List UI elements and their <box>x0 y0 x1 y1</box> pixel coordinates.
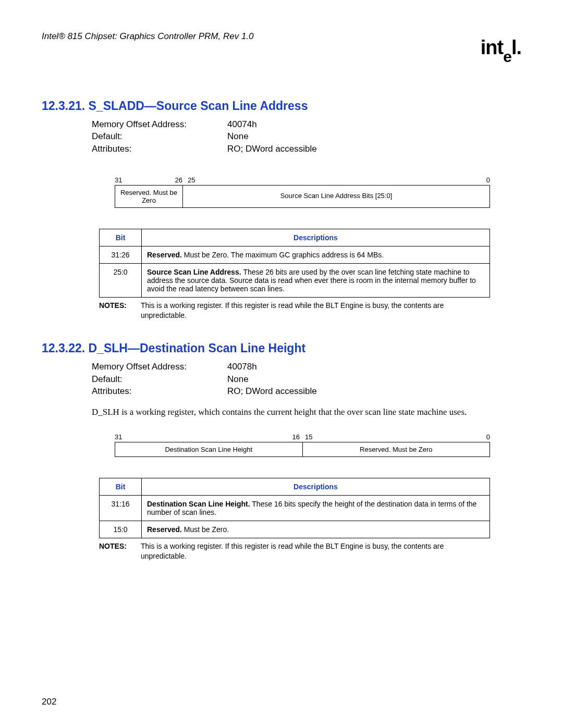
bit-label: 25 <box>188 176 195 184</box>
kv-key: Attributes: <box>92 143 227 155</box>
kv-val: None <box>227 373 521 386</box>
bit-label: 0 <box>486 176 490 184</box>
description-table-ssladd: Bit Descriptions 31:26 Reserved. Must be… <box>99 229 490 298</box>
bit-range: 25:0 <box>100 263 142 297</box>
notes-label: NOTES: <box>99 541 141 561</box>
intel-logo: intel. <box>481 36 521 63</box>
notes-ssladd: NOTES: This is a working register. If th… <box>99 301 490 320</box>
document-title: Intel® 815 Chipset: Graphics Controller … <box>42 31 254 42</box>
bitfield-diagram-ssladd: 31 26 25 0 Reserved. Must be Zero Source… <box>115 176 490 208</box>
kv-val: None <box>227 130 521 143</box>
table-header-desc: Descriptions <box>142 478 490 496</box>
kv-val: RO; DWord accessible <box>227 143 521 155</box>
bitfield-cell: Reserved. Must be Zero <box>303 442 490 456</box>
bit-label: 15 <box>305 433 312 441</box>
body-paragraph-dslh: D_SLH is a working register, which conta… <box>92 407 521 417</box>
bitfield-cell: Source Scan Line Address Bits [25:0] <box>183 186 489 207</box>
notes-text: This is a working register. If this regi… <box>141 301 490 320</box>
kv-key: Default: <box>92 130 227 143</box>
table-header-bit: Bit <box>100 229 142 246</box>
notes-text: This is a working register. If this regi… <box>141 541 490 561</box>
bitfield-cell: Destination Scan Line Height <box>115 442 303 456</box>
kv-key: Attributes: <box>92 385 227 398</box>
bit-label: 31 <box>115 433 122 441</box>
description-table-dslh: Bit Descriptions 31:16 Destination Scan … <box>99 478 490 538</box>
kv-key: Memory Offset Address: <box>92 118 227 131</box>
kv-val: 40074h <box>227 118 521 131</box>
kv-val: RO; DWord accessible <box>227 385 521 398</box>
notes-dslh: NOTES: This is a working register. If th… <box>99 541 490 561</box>
notes-label: NOTES: <box>99 301 141 320</box>
table-row: 31:16 Destination Scan Line Height. Thes… <box>100 496 490 521</box>
bitfield-diagram-dslh: 31 16 15 0 Destination Scan Line Height … <box>115 433 490 457</box>
bit-description: Destination Scan Line Height. These 16 b… <box>142 496 490 521</box>
bit-range: 31:16 <box>100 496 142 521</box>
bit-description: Source Scan Line Address. These 26 bits … <box>142 263 490 297</box>
bit-range: 15:0 <box>100 521 142 538</box>
bit-label: 16 <box>292 433 300 441</box>
bit-label: 26 <box>175 176 182 184</box>
table-header-desc: Descriptions <box>142 229 490 246</box>
table-row: 31:26 Reserved. Must be Zero. The maximu… <box>100 246 490 263</box>
table-header-bit: Bit <box>100 478 142 496</box>
bit-description: Reserved. Must be Zero. The maximum GC g… <box>142 246 490 263</box>
register-info-dslh: Memory Offset Address: 40078h Default: N… <box>92 361 521 398</box>
kv-key: Memory Offset Address: <box>92 361 227 373</box>
page: Intel® 815 Chipset: Graphics Controller … <box>0 0 563 728</box>
kv-key: Default: <box>92 373 227 386</box>
page-number: 202 <box>42 697 56 707</box>
register-info-ssladd: Memory Offset Address: 40074h Default: N… <box>92 118 521 155</box>
section-heading-dslh: 12.3.22. D_SLH—Destination Scan Line Hei… <box>42 341 521 355</box>
bit-label: 0 <box>486 433 490 441</box>
bit-description: Reserved. Must be Zero. <box>142 521 490 538</box>
bitfield-cell: Reserved. Must be Zero <box>115 186 183 207</box>
bit-label: 31 <box>115 176 122 184</box>
bit-range: 31:26 <box>100 246 142 263</box>
section-heading-ssladd: 12.3.21. S_SLADD—Source Scan Line Addres… <box>42 99 521 113</box>
table-row: 15:0 Reserved. Must be Zero. <box>100 521 490 538</box>
page-header: Intel® 815 Chipset: Graphics Controller … <box>42 31 521 63</box>
table-row: 25:0 Source Scan Line Address. These 26 … <box>100 263 490 297</box>
kv-val: 40078h <box>227 361 521 373</box>
